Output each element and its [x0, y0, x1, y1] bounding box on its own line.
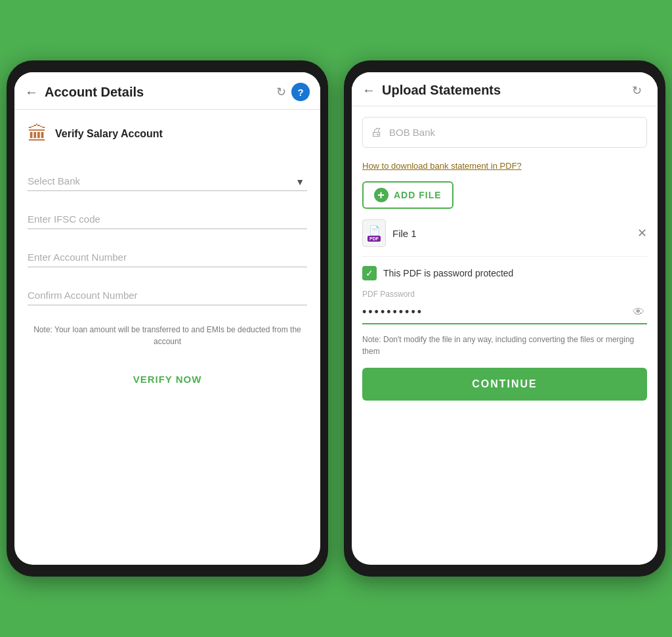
- verify-title: Verify Salary Account: [55, 128, 163, 140]
- pdf-badge: PDF: [368, 236, 381, 242]
- pdf-password-label: PDF Password: [362, 290, 647, 299]
- upload-back-button[interactable]: ←: [362, 83, 375, 98]
- select-bank-wrapper: Select Bank ▼: [28, 171, 307, 191]
- back-button[interactable]: ←: [25, 85, 38, 100]
- add-file-circle-icon: +: [374, 188, 388, 202]
- pdf-file-icon: 📄 PDF: [362, 219, 386, 247]
- help-button[interactable]: ?: [291, 83, 310, 101]
- account-details-header: ← Account Details ↻ ?: [14, 72, 320, 110]
- toggle-password-icon[interactable]: 👁: [633, 305, 644, 319]
- account-note: Note: Your loan amount will be transferr…: [28, 324, 307, 347]
- bank-name-label: BOB Bank: [389, 127, 435, 138]
- pdf-icon-top: 📄: [369, 225, 380, 236]
- confirm-account-field-group: [28, 286, 307, 305]
- pdf-password-input[interactable]: [362, 301, 647, 324]
- upload-statements-header: ← Upload Statements ↻: [352, 72, 658, 106]
- file-name-label: File 1: [392, 228, 631, 239]
- account-details-body: 🏛 Verify Salary Account Select Bank ▼: [14, 110, 320, 405]
- upload-note: Note: Don't modify the file in any way, …: [362, 334, 647, 357]
- password-field-wrapper: PDF Password 👁: [362, 290, 647, 324]
- upload-body: 🖨 BOB Bank How to download bank statemen…: [352, 106, 658, 411]
- bank-icon: 🏛: [28, 123, 47, 145]
- file-row: 📄 PDF File 1 ✕: [362, 219, 647, 257]
- upload-statements-title: Upload Statements: [382, 83, 632, 98]
- verify-section: 🏛 Verify Salary Account: [28, 123, 307, 145]
- bank-selector-icon: 🖨: [371, 125, 383, 139]
- ifsc-field-group: [28, 209, 307, 229]
- password-checkbox-row: ✓ This PDF is password protected: [362, 266, 647, 280]
- add-file-button[interactable]: + ADD FILE: [362, 181, 453, 209]
- account-details-screen: ← Account Details ↻ ? 🏛 Verify Salary Ac…: [14, 72, 320, 565]
- upload-statements-phone: ← Upload Statements ↻ 🖨 BOB Bank How to …: [344, 60, 665, 577]
- ifsc-input[interactable]: [28, 209, 307, 229]
- account-details-title: Account Details: [45, 85, 276, 100]
- account-details-phone: ← Account Details ↻ ? 🏛 Verify Salary Ac…: [7, 60, 328, 577]
- password-checkbox[interactable]: ✓: [362, 266, 377, 280]
- confirm-account-input[interactable]: [28, 286, 307, 305]
- verify-now-button[interactable]: VERIFY NOW: [28, 367, 307, 391]
- bank-selector-row[interactable]: 🖨 BOB Bank: [362, 117, 647, 148]
- select-bank-dropdown[interactable]: Select Bank: [28, 171, 307, 191]
- upload-statements-screen: ← Upload Statements ↻ 🖨 BOB Bank How to …: [352, 72, 658, 565]
- pdf-download-link[interactable]: How to download bank statement in PDF?: [362, 161, 647, 171]
- continue-button[interactable]: CONTINUE: [362, 368, 647, 401]
- password-checkbox-label: This PDF is password protected: [383, 268, 513, 278]
- upload-refresh-icon[interactable]: ↻: [632, 83, 642, 98]
- remove-file-button[interactable]: ✕: [637, 226, 647, 240]
- account-number-input[interactable]: [28, 248, 307, 267]
- account-number-field-group: [28, 248, 307, 267]
- add-file-label: ADD FILE: [394, 190, 442, 200]
- refresh-icon[interactable]: ↻: [276, 85, 286, 99]
